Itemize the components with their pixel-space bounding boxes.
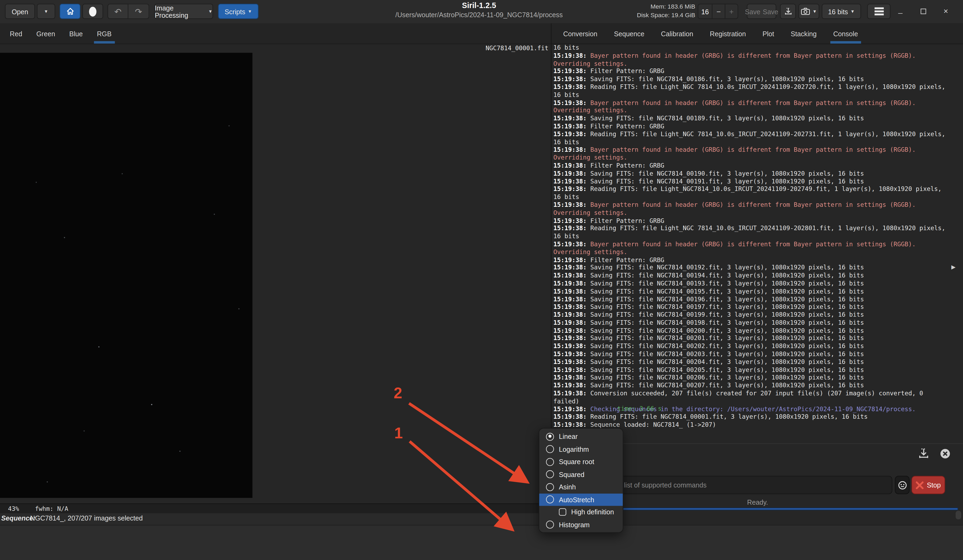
tab-registration[interactable]: Registration xyxy=(707,23,749,44)
star-point xyxy=(122,173,123,175)
console-timestamp: 15:19:38: xyxy=(553,351,590,357)
save-as-button[interactable] xyxy=(780,4,796,19)
chevron-down-icon: ▼ xyxy=(248,9,252,13)
star-point xyxy=(151,404,152,405)
tab-plot[interactable]: Plot xyxy=(759,23,777,44)
viewer-statusbar: 43% fwhm: N/A xyxy=(0,503,551,514)
stop-button-label: Stop xyxy=(927,481,941,489)
console-line: 15:19:38: Bayer pattern found in header … xyxy=(553,146,959,154)
popup-item-label: Linear xyxy=(559,433,578,440)
command-helper-button[interactable] xyxy=(895,476,909,494)
save-button[interactable]: SaveSaveSaveSaveSave xyxy=(747,4,776,19)
console-line: 15:19:38: Bayer pattern found in header … xyxy=(553,241,959,248)
open-dropdown-button[interactable]: ▼ xyxy=(37,4,55,19)
home-button[interactable] xyxy=(60,4,81,19)
radio-icon xyxy=(546,458,554,466)
popup-item-squared[interactable]: Squared xyxy=(539,468,623,481)
save-button-label: Save xyxy=(745,8,760,15)
chevron-down-icon: ▼ xyxy=(850,9,855,13)
star-point xyxy=(98,346,100,348)
fits-image-canvas[interactable] xyxy=(0,53,252,498)
tab-rgb[interactable]: RGB xyxy=(94,23,115,44)
tab-calibration[interactable]: Calibration xyxy=(658,23,696,44)
preview-spinner[interactable]: 16 − + xyxy=(698,4,738,19)
console-timestamp: 15:19:38: xyxy=(553,99,590,106)
tab-green[interactable]: Green xyxy=(33,23,58,44)
console-line: 15:19:38: Filter Pattern: GRBG xyxy=(553,217,959,225)
tab-stacking[interactable]: Stacking xyxy=(788,23,820,44)
console-timestamp: 15:19:38: xyxy=(553,170,590,177)
console-line: 16 bits xyxy=(553,193,959,201)
maximize-button[interactable] xyxy=(919,7,927,15)
record-button[interactable] xyxy=(82,4,103,19)
clear-log-button[interactable] xyxy=(940,448,953,461)
console-line: 15:19:38: Saving FITS: file NGC7814_0019… xyxy=(553,272,959,280)
console-timestamp: 15:19:38: xyxy=(553,288,590,295)
bit-depth-dropdown[interactable]: 16 bits▼ xyxy=(822,4,861,19)
console-timestamp: 15:19:38: xyxy=(553,264,590,271)
console-timestamp: 15:19:38: xyxy=(553,319,590,326)
channel-tabbar: RedGreenBlueRGB xyxy=(0,23,551,44)
tab-blue[interactable]: Blue xyxy=(66,23,86,44)
console-timestamp: 15:19:38: xyxy=(553,343,590,350)
hamburger-menu-button[interactable] xyxy=(867,4,890,19)
console-line: 15:19:38: Conversion succeeded, 207 file… xyxy=(553,390,959,398)
console-timestamp: 15:19:38: xyxy=(553,115,590,122)
scrollbar-thumb[interactable] xyxy=(956,511,961,520)
star-point xyxy=(238,308,240,309)
tab-red[interactable]: Red xyxy=(7,23,25,44)
redo-button[interactable]: ↷ xyxy=(128,4,149,19)
console-line: 15:19:38: Saving FITS: file NGC7814_0020… xyxy=(553,366,959,374)
popup-item-asinh[interactable]: Asinh xyxy=(539,481,623,494)
console-timestamp: 15:19:38: xyxy=(553,178,590,185)
tab-console[interactable]: Console xyxy=(830,23,861,44)
checkbox-icon xyxy=(559,508,566,516)
popup-item-label: High definition xyxy=(571,508,614,516)
tab-conversion[interactable]: Conversion xyxy=(560,23,600,44)
console-log[interactable]: 16 bits15:19:38: Bayer pattern found in … xyxy=(553,44,959,445)
console-timestamp: 15:19:38: xyxy=(553,382,590,388)
pane-collapse-arrow-icon[interactable]: ▶ xyxy=(952,264,956,270)
stop-button[interactable]: Stop xyxy=(911,476,945,494)
popup-item-square-root[interactable]: Square root xyxy=(539,455,623,468)
home-icon xyxy=(65,7,75,16)
popup-item-autostretch[interactable]: AutoStretch xyxy=(539,494,623,506)
image-viewer[interactable]: NGC7814_00001.fit xyxy=(0,44,551,503)
console-line: 15:19:38: Saving FITS: file NGC7814_0019… xyxy=(553,288,959,295)
image-processing-menu-button[interactable]: Image Processing▼ xyxy=(154,4,213,19)
bottom-controlbar: 65535 0 cut Min/MaxMIPS-LO/HIUser Linear… xyxy=(0,525,963,560)
chevron-down-icon: ▼ xyxy=(44,9,48,13)
console-line: 15:19:38: Saving FITS: file NGC7814_0019… xyxy=(553,264,959,272)
popup-item-histogram[interactable]: Histogram xyxy=(539,518,623,531)
console-line: 15:19:38: Saving FITS: file NGC7814_0020… xyxy=(553,327,959,335)
popup-item-logarithm[interactable]: Logarithm xyxy=(539,443,623,455)
console-line: 15:19:38: Bayer pattern found in header … xyxy=(553,99,959,107)
sequence-info: NGC7814_, 207/207 images selected xyxy=(30,514,143,521)
minimize-button[interactable]: ─ xyxy=(896,8,905,17)
scripts-menu-button[interactable]: Scripts▼ xyxy=(218,4,258,19)
snapshot-button[interactable]: ▼ xyxy=(798,4,819,19)
popup-item-linear[interactable]: Linear xyxy=(539,430,623,443)
console-line: failed) xyxy=(553,398,959,406)
resource-info: Mem: 183.6 MiB Disk Space: 19.4 GiB xyxy=(609,2,695,19)
console-timestamp: 15:19:38: xyxy=(553,304,590,310)
star-point xyxy=(84,430,85,432)
console-line: Overriding settings. xyxy=(553,248,959,256)
close-button[interactable]: ✕ xyxy=(942,7,950,15)
console-timestamp: 15:19:38: xyxy=(553,280,590,286)
tab-sequence[interactable]: Sequence xyxy=(611,23,647,44)
scripts-label: Scripts xyxy=(225,8,245,15)
console-line: 15:19:38: Filter Pattern: GRBG xyxy=(553,123,959,131)
console-timestamp: 15:19:38: xyxy=(553,413,590,420)
spinner-plus-button[interactable]: + xyxy=(725,4,738,19)
star-point xyxy=(47,481,48,483)
open-button[interactable]: Open xyxy=(5,4,35,19)
radio-icon xyxy=(546,470,554,478)
zoom-level: 43% xyxy=(8,505,19,512)
undo-button[interactable]: ↶ xyxy=(107,4,128,19)
export-log-button[interactable] xyxy=(918,448,932,461)
bit-depth-value: 16 bits xyxy=(828,8,848,15)
memory-usage: Mem: 183.6 MiB xyxy=(609,2,695,11)
popup-item-high-definition[interactable]: High definition xyxy=(539,506,623,518)
spinner-minus-button[interactable]: − xyxy=(712,4,725,19)
